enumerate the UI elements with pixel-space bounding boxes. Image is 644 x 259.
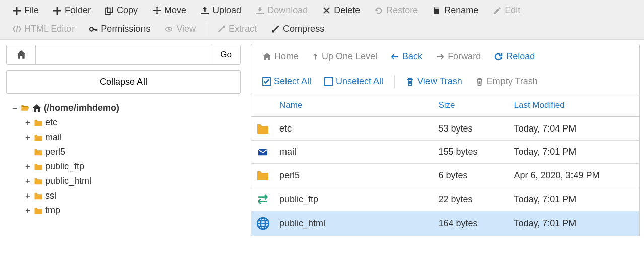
tree-toggle-icon[interactable]: +	[24, 191, 31, 201]
go-button[interactable]: Go	[211, 45, 240, 64]
tree-node[interactable]: +ssl	[24, 188, 241, 203]
delete-button[interactable]: Delete	[315, 1, 367, 20]
move-icon	[152, 6, 161, 15]
nav-home-label: Home	[274, 51, 299, 62]
compress-label: Compress	[283, 24, 324, 34]
nav-up-button[interactable]: Up One Level	[307, 48, 382, 65]
row-modified: Today, 7:01 PM	[509, 211, 640, 236]
path-input[interactable]	[36, 45, 211, 64]
tree-node[interactable]: +public_html	[24, 174, 241, 188]
view-button[interactable]: View	[157, 20, 203, 38]
row-name: etc	[274, 117, 434, 141]
unselect-all-button[interactable]: Unselect All	[319, 73, 388, 90]
move-button[interactable]: Move	[145, 1, 193, 20]
tree-root[interactable]: − (/home/imhdemo)	[11, 101, 241, 115]
download-label: Download	[267, 5, 308, 16]
extract-icon	[217, 25, 226, 34]
ftp-icon	[257, 193, 269, 205]
row-icon-cell	[251, 164, 275, 187]
header-modified[interactable]: Last Modified	[509, 94, 640, 117]
table-row[interactable]: mail155 bytesToday, 7:01 PM	[251, 141, 640, 164]
folder-button[interactable]: Folder	[46, 1, 98, 20]
key-icon	[89, 25, 98, 34]
view-trash-button[interactable]: View Trash	[401, 73, 467, 90]
plus-icon	[53, 6, 62, 15]
download-icon	[255, 6, 264, 15]
rename-icon	[432, 6, 441, 15]
folder-icon	[34, 207, 43, 214]
upload-button[interactable]: Upload	[193, 1, 248, 20]
rename-label: Rename	[444, 5, 478, 16]
upload-icon	[200, 6, 209, 15]
path-home-button[interactable]	[7, 45, 36, 64]
tree-toggle-icon[interactable]: +	[24, 176, 31, 186]
compress-icon	[271, 25, 280, 34]
folder-icon	[34, 163, 43, 170]
tree-toggle-icon[interactable]: +	[24, 162, 31, 171]
row-name: public_html	[274, 211, 434, 236]
nav-forward-label: Forward	[448, 51, 481, 62]
row-size: 164 bytes	[434, 211, 509, 236]
row-icon-cell	[251, 117, 275, 141]
tree-node[interactable]: +etc	[24, 115, 241, 130]
table-row[interactable]: etc53 bytesToday, 7:04 PM	[251, 117, 640, 141]
tree-toggle-icon[interactable]	[24, 147, 31, 157]
extract-button[interactable]: Extract	[209, 20, 264, 38]
table-row[interactable]: perl56 bytesApr 6, 2020, 3:49 PM	[251, 164, 640, 187]
nav-separator	[394, 75, 395, 88]
tree-toggle-icon[interactable]: +	[24, 118, 31, 127]
nav-back-button[interactable]: Back	[385, 48, 427, 65]
permissions-button[interactable]: Permissions	[82, 20, 157, 38]
tree-node[interactable]: +public_ftp	[24, 159, 241, 174]
table-header-row: Name Size Last Modified	[251, 94, 640, 117]
home-icon	[32, 104, 41, 113]
folder-icon	[256, 123, 269, 134]
table-row[interactable]: public_html164 bytesToday, 7:01 PM	[251, 211, 640, 236]
tree-node-label: public_html	[45, 176, 91, 186]
tree-toggle-icon[interactable]: +	[24, 206, 31, 215]
left-panel: Go Collapse All − (/home/imhdemo) +etc+m…	[0, 40, 247, 240]
rename-button[interactable]: Rename	[425, 1, 485, 20]
folder-icon	[34, 134, 43, 141]
row-name: perl5	[274, 164, 434, 187]
file-label: File	[24, 5, 39, 16]
row-modified: Today, 7:04 PM	[509, 117, 640, 141]
table-row[interactable]: public_ftp22 bytesToday, 7:01 PM	[251, 187, 640, 211]
file-table: Name Size Last Modified etc53 bytesToday…	[251, 94, 640, 236]
tree-toggle-icon[interactable]: −	[11, 103, 18, 113]
tree-node[interactable]: perl5	[24, 145, 241, 159]
download-button[interactable]: Download	[248, 1, 315, 20]
tree-node[interactable]: +mail	[24, 130, 241, 145]
header-icon[interactable]	[251, 94, 275, 117]
html-editor-button[interactable]: HTML Editor	[5, 20, 82, 38]
row-icon-cell	[251, 211, 275, 236]
empty-trash-button[interactable]: Empty Trash	[470, 73, 543, 90]
edit-button[interactable]: Edit	[485, 1, 527, 20]
collapse-all-button[interactable]: Collapse All	[6, 70, 241, 94]
plus-icon	[12, 6, 21, 15]
tree-node-label: ssl	[45, 190, 56, 201]
copy-button[interactable]: Copy	[98, 1, 145, 20]
folder-icon	[256, 170, 269, 181]
empty-trash-label: Empty Trash	[487, 76, 538, 87]
file-button[interactable]: File	[5, 1, 46, 20]
nav-forward-button[interactable]: Forward	[431, 48, 486, 65]
nav-reload-label: Reload	[506, 51, 535, 62]
folder-icon	[34, 119, 43, 126]
restore-icon	[374, 6, 383, 15]
tree-node[interactable]: +tmp	[24, 203, 241, 218]
permissions-label: Permissions	[101, 24, 150, 34]
select-all-button[interactable]: Select All	[257, 73, 316, 90]
nav-home-button[interactable]: Home	[257, 48, 304, 65]
nav-reload-button[interactable]: Reload	[489, 48, 540, 65]
tree-node-label: etc	[45, 117, 57, 128]
html-editor-label: HTML Editor	[24, 24, 75, 34]
header-size[interactable]: Size	[434, 94, 509, 117]
row-size: 22 bytes	[434, 187, 509, 211]
tree-toggle-icon[interactable]: +	[24, 133, 31, 142]
row-size: 53 bytes	[434, 117, 509, 141]
compress-button[interactable]: Compress	[264, 20, 331, 38]
restore-button[interactable]: Restore	[367, 1, 425, 20]
edit-label: Edit	[505, 5, 520, 16]
header-name[interactable]: Name	[274, 94, 434, 117]
